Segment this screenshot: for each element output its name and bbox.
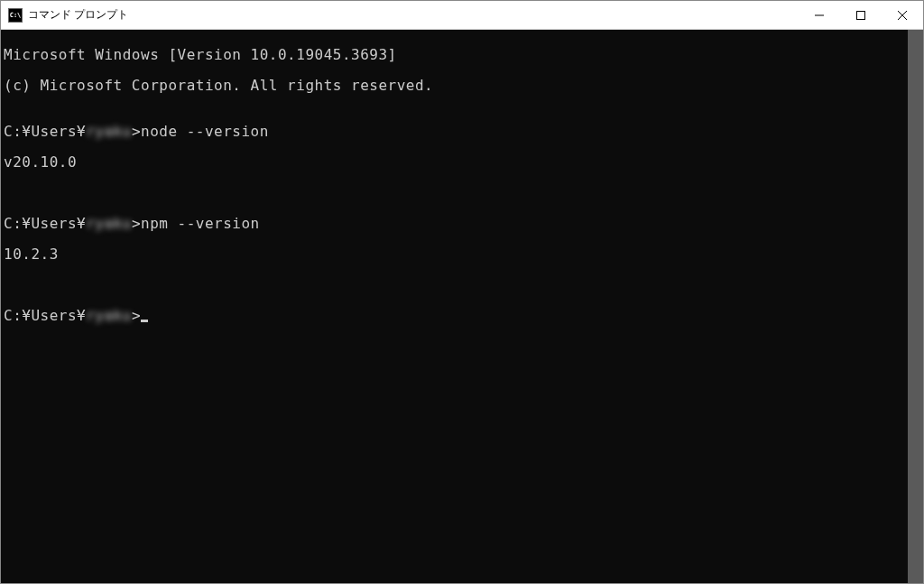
terminal-prompt-line: C:¥Users¥ryaku>node --version [4,124,908,139]
terminal-output-line: 10.2.3 [4,246,908,262]
terminal-output[interactable]: Microsoft Windows [Version 10.0.19045.36… [1,30,908,583]
svg-rect-1 [857,11,865,19]
terminal-line [4,185,908,200]
window-controls [799,1,923,29]
terminal-line: (c) Microsoft Corporation. All rights re… [4,78,908,93]
terminal-line: Microsoft Windows [Version 10.0.19045.36… [4,47,908,62]
close-button[interactable] [882,1,923,29]
blurred-username: ryaku [86,215,132,232]
minimize-icon [815,11,824,20]
terminal-prompt-line: C:¥Users¥ryaku>npm --version [4,216,908,231]
scrollbar-thumb[interactable] [908,30,923,583]
command-text: node --version [141,123,269,140]
vertical-scrollbar[interactable] [908,30,923,583]
command-prompt-window: C:\ コマンド プロンプト Microsoft Windows [Versio… [0,0,924,584]
scrollbar-track[interactable] [908,30,923,583]
terminal-prompt-line: C:¥Users¥ryaku> [4,308,908,323]
cmd-icon: C:\ [8,8,23,23]
close-icon [898,11,907,20]
title-bar[interactable]: C:\ コマンド プロンプト [1,1,923,30]
command-text: npm --version [141,215,260,232]
maximize-button[interactable] [840,1,882,29]
terminal-output-line: v20.10.0 [4,154,908,170]
terminal-line [4,277,908,292]
minimize-button[interactable] [799,1,840,29]
cursor [141,320,148,322]
blurred-username: ryaku [86,307,132,324]
blurred-username: ryaku [86,123,132,140]
terminal-container: Microsoft Windows [Version 10.0.19045.36… [1,30,923,583]
maximize-icon [856,11,865,20]
window-title: コマンド プロンプト [28,7,799,23]
